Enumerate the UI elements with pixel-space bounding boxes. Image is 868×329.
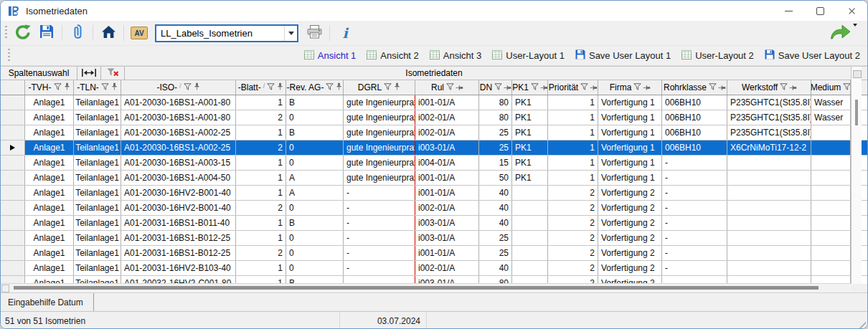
filter-icon[interactable]: [326, 82, 334, 92]
table-cell-tvh[interactable]: Anlage1: [25, 186, 74, 200]
table-cell-dgrl[interactable]: -: [344, 231, 415, 245]
table-cell-dn[interactable]: 40: [479, 201, 512, 215]
filter-icon[interactable]: [494, 82, 502, 92]
navigate-forward-button[interactable]: [829, 23, 851, 43]
table-cell-rev-ag[interactable]: 0: [286, 201, 344, 215]
table-cell-rul[interactable]: i002-01/A: [415, 125, 479, 140]
horizontal-scrollbar[interactable]: [1, 283, 851, 292]
table-cell-priorität[interactable]: 1: [548, 140, 598, 155]
table-cell-blatt[interactable]: 2: [236, 140, 286, 155]
table-cell-dgrl[interactable]: gute Ingenieurpraxis: [344, 140, 415, 155]
table-cell-rohrklasse[interactable]: -: [662, 216, 727, 230]
table-cell-iso[interactable]: A01-20030-16BS1-A001-80: [121, 95, 236, 110]
table-cell-firma[interactable]: Vorfertigung 2: [598, 201, 662, 215]
table-cell-priorität[interactable]: 1: [548, 125, 598, 140]
table-cell-rohrklasse[interactable]: 006BH10: [662, 140, 727, 155]
layout-button-user-layout-1[interactable]: User-Layout 1: [492, 50, 565, 62]
table-cell-pk1[interactable]: PK1: [512, 125, 548, 140]
table-cell-tvh[interactable]: Anlage1: [25, 261, 74, 275]
table-cell-rul[interactable]: i002-01/A: [415, 110, 479, 125]
pin-icon[interactable]: [336, 82, 342, 92]
table-cell-werkstoff[interactable]: P235GHTC1(St35.8I): [727, 125, 811, 140]
table-cell-rev-ag[interactable]: 0: [286, 156, 344, 170]
filter-icon[interactable]: [531, 82, 539, 92]
table-cell-dgrl[interactable]: -: [344, 216, 415, 230]
table-cell-dgrl[interactable]: gute Ingenieurpraxis: [344, 125, 415, 140]
table-cell-medium[interactable]: Wasser: [811, 95, 851, 110]
table-cell-tvh[interactable]: Anlage1: [25, 216, 74, 230]
table-cell-tln[interactable]: Teilanlage1: [74, 156, 121, 170]
table-row[interactable]: Anlage1Teilanlage1A01-20030-16HV2-B001-4…: [1, 201, 867, 216]
table-row[interactable]: Anlage1Teilanlage1A01-20030-16BS1-A003-1…: [1, 156, 867, 171]
table-cell-firma[interactable]: Vorfertigung 2: [598, 261, 662, 275]
table-cell-dgrl[interactable]: gute Ingenieurpraxis: [344, 171, 415, 185]
table-cell-tvh[interactable]: Anlage1: [25, 201, 74, 215]
table-cell-tvh[interactable]: Anlage1: [25, 231, 74, 245]
filter-icon[interactable]: [184, 82, 192, 92]
filter-icon[interactable]: [843, 82, 851, 92]
table-cell-dgrl[interactable]: gute Ingenieurpraxis: [344, 110, 415, 125]
table-cell-dn[interactable]: 80: [479, 95, 512, 110]
table-cell-firma[interactable]: Vorfertigung 1: [598, 125, 662, 140]
column-header-tln[interactable]: -TLN-: [74, 80, 121, 95]
table-cell-priorität[interactable]: 1: [548, 171, 598, 185]
table-cell-tln[interactable]: Teilanlage1: [74, 140, 121, 155]
table-cell-firma[interactable]: Vorfertigung 1: [598, 95, 662, 110]
table-cell-rul[interactable]: i003-01/A: [415, 140, 479, 155]
table-cell-rev-ag[interactable]: B: [286, 125, 344, 140]
table-cell-rev-ag[interactable]: 0: [286, 110, 344, 125]
table-cell-blatt[interactable]: 1: [236, 95, 286, 110]
table-cell-werkstoff[interactable]: [727, 246, 811, 260]
info-button[interactable]: i: [334, 23, 356, 43]
best-fit-columns-button[interactable]: [77, 67, 101, 80]
table-cell-iso[interactable]: A01-20030-16BS1-A002-25: [121, 140, 236, 155]
table-cell-rul[interactable]: i003-01/A: [415, 216, 479, 230]
table-cell-iso[interactable]: A01-20031-16HV2-B103-40: [121, 261, 236, 275]
table-cell-pk1[interactable]: [512, 246, 548, 260]
table-cell-tln[interactable]: Teilanlage1: [74, 231, 121, 245]
table-cell-rev-ag[interactable]: B: [286, 216, 344, 230]
column-header-tvh[interactable]: -TVH-: [25, 80, 74, 95]
column-header-firma[interactable]: Firma: [598, 80, 662, 95]
table-cell-werkstoff[interactable]: [727, 186, 811, 200]
table-cell-werkstoff[interactable]: X6CrNiMoTi17-12-2: [727, 140, 811, 155]
table-cell-rev-ag[interactable]: 0: [286, 140, 344, 155]
table-cell-priorität[interactable]: 2: [548, 186, 598, 200]
table-cell-tvh[interactable]: Anlage1: [25, 95, 74, 110]
pin-icon[interactable]: [540, 85, 548, 91]
table-cell-werkstoff[interactable]: [727, 156, 811, 170]
table-cell-medium[interactable]: [811, 231, 851, 245]
table-cell-tln[interactable]: Teilanlage1: [74, 186, 121, 200]
table-cell-priorität[interactable]: 2: [548, 201, 598, 215]
table-cell-dn[interactable]: 25: [479, 246, 512, 260]
table-cell-dn[interactable]: 15: [479, 156, 512, 170]
pin-icon[interactable]: [643, 85, 651, 91]
table-cell-rev-ag[interactable]: 0: [286, 261, 344, 275]
table-cell-medium[interactable]: [811, 201, 851, 215]
table-cell-rohrklasse[interactable]: -: [662, 201, 727, 215]
table-cell-werkstoff[interactable]: P235GHTC1(St35.8I): [727, 110, 811, 125]
refresh-button[interactable]: [12, 23, 34, 43]
table-cell-tln[interactable]: Teilanlage1: [74, 95, 121, 110]
table-cell-werkstoff[interactable]: [727, 171, 811, 185]
table-cell-werkstoff[interactable]: [727, 201, 811, 215]
table-cell-werkstoff[interactable]: [727, 231, 811, 245]
table-cell-rohrklasse[interactable]: 006BH10: [662, 125, 727, 140]
table-cell-medium[interactable]: [811, 156, 851, 170]
table-cell-firma[interactable]: Vorfertigung 1: [598, 171, 662, 185]
table-cell-firma[interactable]: Vorfertigung 1: [598, 156, 662, 170]
table-cell-rul[interactable]: i004-01/A: [415, 156, 479, 170]
table-row[interactable]: Anlage1Teilanlage1A01-20030-16BS1-A001-8…: [1, 95, 867, 110]
table-cell-rul[interactable]: i002-01/A: [415, 261, 479, 275]
table-cell-medium[interactable]: Wasser: [811, 110, 851, 125]
column-header-werkstoff[interactable]: Werkstoff: [727, 80, 811, 95]
pin-icon[interactable]: [394, 82, 400, 92]
table-cell-tln[interactable]: Teilanlage1: [74, 246, 121, 260]
row-selector-cell[interactable]: [1, 186, 25, 200]
table-cell-iso[interactable]: A01-20030-16BS1-A001-80: [121, 110, 236, 125]
filter-icon[interactable]: [267, 82, 275, 92]
column-header-pk1[interactable]: PK1: [512, 80, 548, 95]
table-cell-rohrklasse[interactable]: -: [662, 231, 727, 245]
table-cell-rev-ag[interactable]: A: [286, 171, 344, 185]
table-cell-medium[interactable]: [811, 261, 851, 275]
